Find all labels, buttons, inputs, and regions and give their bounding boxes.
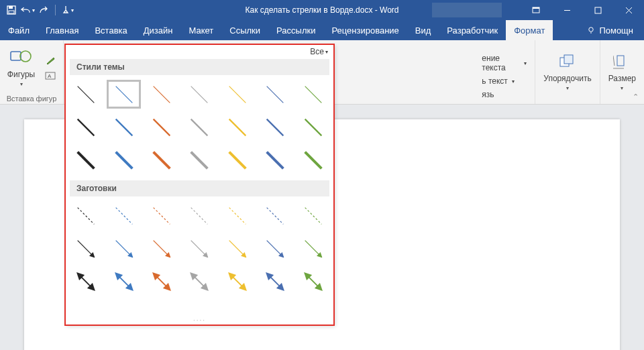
tab-mailings[interactable]: Рассылки (268, 20, 323, 40)
svg-line-49 (115, 240, 132, 257)
text-option-2[interactable]: ь текст▾ (478, 74, 519, 88)
tab-view[interactable]: Вид (407, 20, 439, 40)
tab-design[interactable]: Дизайн (136, 20, 181, 40)
shapes-button-label: Фигуры (7, 70, 35, 79)
style-swatch[interactable] (180, 265, 218, 298)
tab-layout[interactable]: Макет (180, 20, 221, 40)
svg-line-23 (191, 86, 208, 103)
svg-line-46 (267, 207, 284, 224)
style-swatch[interactable] (219, 199, 256, 232)
style-swatch[interactable] (256, 199, 294, 232)
style-swatch[interactable] (256, 78, 294, 111)
ribbon-display-options-icon[interactable] (521, 0, 551, 20)
svg-rect-4 (533, 7, 539, 9)
shapes-button[interactable]: Фигуры▾ (3, 46, 39, 90)
maximize-button[interactable] (582, 0, 613, 20)
tab-developer[interactable]: Разработчик (439, 20, 506, 40)
undo-icon[interactable]: ▾ (20, 3, 35, 17)
style-swatch[interactable] (180, 199, 218, 232)
tab-review[interactable]: Рецензирование (323, 20, 407, 40)
svg-line-57 (154, 273, 170, 290)
style-swatch[interactable] (67, 232, 105, 265)
text-option-3[interactable]: язь (478, 88, 498, 101)
style-swatch[interactable] (67, 265, 105, 298)
style-swatch[interactable] (105, 78, 142, 111)
style-swatch[interactable] (67, 143, 105, 176)
style-swatch[interactable] (180, 111, 218, 143)
svg-line-29 (154, 119, 170, 135)
style-swatch[interactable] (143, 232, 180, 265)
svg-line-21 (115, 86, 132, 103)
svg-line-59 (229, 273, 246, 290)
style-swatch[interactable] (256, 143, 294, 176)
tab-format[interactable]: Формат (506, 20, 553, 40)
svg-line-45 (229, 207, 246, 224)
style-swatch[interactable] (180, 232, 218, 265)
style-swatch[interactable] (180, 78, 218, 111)
ribbon-group-arrange: Упорядочить▾ (535, 40, 600, 104)
style-swatch[interactable] (219, 111, 256, 143)
style-swatch[interactable] (294, 265, 332, 298)
tab-home[interactable]: Главная (38, 20, 87, 40)
style-swatch[interactable] (67, 111, 105, 143)
text-box-icon[interactable]: A (41, 69, 60, 82)
gallery-resize-handle[interactable]: ···· (66, 315, 333, 325)
svg-line-41 (78, 207, 95, 224)
tab-insert[interactable]: Вставка (87, 20, 135, 40)
style-swatch[interactable] (105, 265, 142, 298)
save-icon[interactable] (4, 3, 19, 17)
style-swatch[interactable] (143, 111, 180, 143)
text-option-1[interactable]: ение текста▾ (478, 52, 531, 74)
svg-line-34 (78, 152, 95, 168)
tab-references[interactable]: Ссылки (221, 20, 268, 40)
style-swatch[interactable] (105, 232, 142, 265)
style-swatch[interactable] (294, 232, 332, 265)
edit-shape-icon[interactable] (41, 54, 60, 68)
style-swatch[interactable] (143, 143, 180, 176)
minimize-button[interactable] (551, 0, 582, 20)
style-swatch[interactable] (219, 78, 256, 111)
svg-line-39 (267, 152, 284, 168)
tab-file[interactable]: Файл (0, 20, 38, 40)
style-swatch[interactable] (294, 78, 332, 111)
svg-line-55 (78, 273, 95, 290)
style-swatch[interactable] (219, 232, 256, 265)
style-swatch[interactable] (294, 111, 332, 143)
svg-line-37 (191, 152, 208, 168)
style-swatch[interactable] (256, 265, 294, 298)
svg-line-60 (267, 273, 284, 290)
style-swatch[interactable] (219, 265, 256, 298)
style-swatch[interactable] (294, 143, 332, 176)
style-swatch[interactable] (256, 232, 294, 265)
style-swatch[interactable] (105, 143, 142, 176)
svg-point-9 (589, 27, 593, 32)
svg-line-42 (115, 207, 132, 224)
style-swatch[interactable] (67, 199, 105, 232)
style-swatch[interactable] (256, 111, 294, 143)
svg-line-20 (78, 86, 95, 103)
svg-rect-2 (9, 11, 14, 13)
style-swatch[interactable] (105, 199, 142, 232)
ribbon-group-label: Вставка фигур (7, 93, 57, 103)
tell-me-help[interactable]: Помощн (579, 20, 644, 40)
svg-line-30 (191, 119, 208, 135)
style-swatch[interactable] (294, 199, 332, 232)
collapse-ribbon-icon[interactable]: ⌃ (633, 93, 639, 101)
arrange-button[interactable]: Упорядочить▾ (539, 50, 595, 94)
touch-mode-icon[interactable]: ▾ (60, 3, 74, 17)
user-account-button[interactable] (432, 3, 502, 17)
svg-point-12 (20, 51, 31, 62)
style-swatch[interactable] (143, 265, 180, 298)
style-swatch[interactable] (67, 78, 105, 111)
style-swatch[interactable] (105, 111, 142, 143)
gallery-all-filter[interactable]: Все▾ (310, 47, 328, 56)
svg-line-48 (78, 240, 95, 257)
style-swatch[interactable] (143, 78, 180, 111)
size-button[interactable]: Размер▾ (604, 50, 640, 94)
style-swatch[interactable] (180, 143, 218, 176)
redo-icon[interactable] (36, 3, 51, 17)
style-swatch[interactable] (219, 143, 256, 176)
svg-line-31 (229, 119, 246, 135)
close-button[interactable] (613, 0, 644, 20)
style-swatch[interactable] (143, 199, 180, 232)
